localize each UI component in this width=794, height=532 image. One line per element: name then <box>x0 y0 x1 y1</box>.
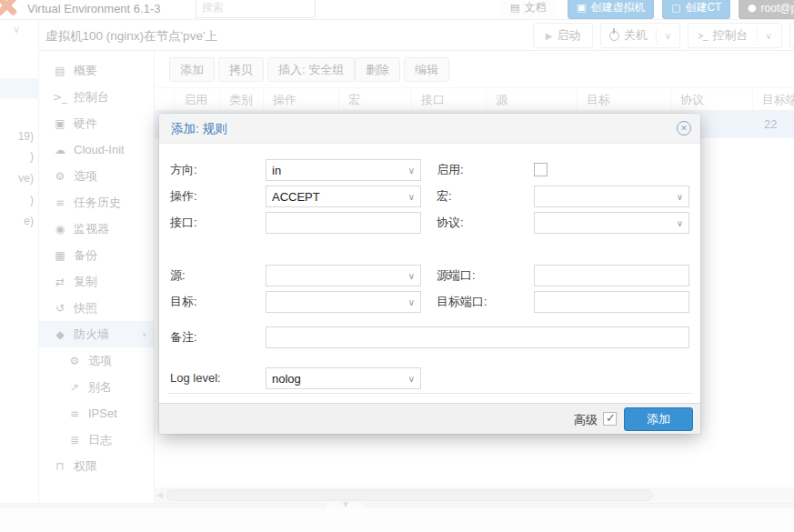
comment-label: 备注: <box>170 326 197 348</box>
interface-label: 接口: <box>170 212 197 234</box>
dialog-footer: 高级 添加 <box>159 403 700 434</box>
enable-checkbox[interactable] <box>534 163 548 176</box>
dialog-header[interactable]: 添加: 规则 ✕ <box>159 114 700 144</box>
comment-input[interactable] <box>266 326 689 348</box>
source-port-label: 源端口: <box>437 265 476 286</box>
direction-select[interactable]: in <box>266 159 421 181</box>
dest-port-label: 目标端口: <box>437 291 487 313</box>
close-icon[interactable]: ✕ <box>677 121 691 136</box>
dialog-title: 添加: 规则 <box>171 121 227 137</box>
action-select[interactable]: ACCEPT <box>266 186 421 207</box>
interface-input[interactable] <box>266 212 421 234</box>
dialog-body: 方向: in 启用: 操作: ACCEPT 宏: 接口: 协议: 源: 源端口:… <box>159 144 700 403</box>
advanced-separator <box>168 393 691 394</box>
source-label: 源: <box>170 265 186 286</box>
action-label: 操作: <box>170 186 197 207</box>
enable-label: 启用: <box>437 159 464 181</box>
log-level-label: Log level: <box>170 367 221 389</box>
add-submit-button[interactable]: 添加 <box>624 407 693 431</box>
macro-select[interactable] <box>534 186 689 207</box>
advanced-label: 高级 <box>574 412 598 428</box>
direction-label: 方向: <box>170 159 197 181</box>
source-select[interactable] <box>266 265 421 286</box>
source-port-input[interactable] <box>534 265 689 286</box>
protocol-label: 协议: <box>437 212 464 234</box>
dest-port-input[interactable] <box>534 291 689 313</box>
dest-label: 目标: <box>170 291 197 313</box>
add-rule-dialog: 添加: 规则 ✕ 方向: in 启用: 操作: ACCEPT 宏: 接口: 协议… <box>159 114 700 434</box>
protocol-select[interactable] <box>534 212 689 234</box>
log-level-select[interactable]: nolog <box>266 367 421 389</box>
macro-label: 宏: <box>437 186 452 207</box>
advanced-checkbox[interactable] <box>603 412 617 426</box>
dest-select[interactable] <box>266 291 421 313</box>
